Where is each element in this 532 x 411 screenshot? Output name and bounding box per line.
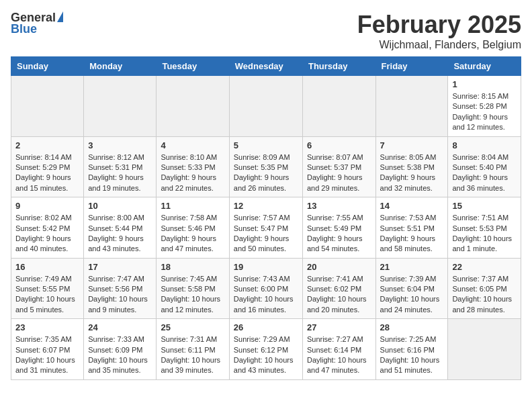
day-info: Sunrise: 7:55 AM Sunset: 5:49 PM Dayligh… (307, 213, 371, 255)
day-info: Sunrise: 7:27 AM Sunset: 6:14 PM Dayligh… (307, 334, 371, 376)
table-row: 1Sunrise: 8:15 AM Sunset: 5:28 PM Daylig… (448, 76, 521, 137)
table-row: 12Sunrise: 7:57 AM Sunset: 5:47 PM Dayli… (229, 197, 302, 259)
header-monday: Monday (84, 57, 157, 76)
day-number: 16 (15, 262, 79, 272)
table-row: 28Sunrise: 7:25 AM Sunset: 6:16 PM Dayli… (375, 319, 448, 380)
table-row: 18Sunrise: 7:45 AM Sunset: 5:58 PM Dayli… (157, 258, 229, 319)
table-row: 23Sunrise: 7:35 AM Sunset: 6:07 PM Dayli… (11, 319, 84, 380)
day-info: Sunrise: 7:58 AM Sunset: 5:46 PM Dayligh… (161, 213, 224, 255)
day-info: Sunrise: 8:15 AM Sunset: 5:28 PM Dayligh… (452, 91, 517, 133)
month-year: February 2025 (357, 11, 521, 39)
table-row: 19Sunrise: 7:43 AM Sunset: 6:00 PM Dayli… (229, 258, 302, 319)
calendar-week-row: 2Sunrise: 8:14 AM Sunset: 5:29 PM Daylig… (11, 136, 521, 197)
day-number: 23 (15, 322, 79, 332)
day-number: 20 (307, 262, 371, 272)
table-row: 17Sunrise: 7:47 AM Sunset: 5:56 PM Dayli… (84, 258, 157, 319)
day-number: 28 (380, 322, 444, 332)
table-row (302, 76, 375, 137)
day-info: Sunrise: 8:04 AM Sunset: 5:40 PM Dayligh… (452, 152, 517, 194)
table-row: 7Sunrise: 8:05 AM Sunset: 5:38 PM Daylig… (375, 136, 448, 197)
day-number: 9 (15, 201, 79, 211)
calendar-week-row: 23Sunrise: 7:35 AM Sunset: 6:07 PM Dayli… (11, 319, 521, 380)
table-row: 25Sunrise: 7:31 AM Sunset: 6:11 PM Dayli… (157, 319, 229, 380)
logo-blue-text: Blue (11, 22, 37, 36)
header-thursday: Thursday (302, 57, 375, 76)
day-number: 10 (88, 201, 152, 211)
header-tuesday: Tuesday (157, 57, 229, 76)
table-row: 4Sunrise: 8:10 AM Sunset: 5:33 PM Daylig… (157, 136, 229, 197)
day-number: 26 (234, 322, 298, 332)
day-info: Sunrise: 7:45 AM Sunset: 5:58 PM Dayligh… (161, 274, 224, 316)
header-friday: Friday (375, 57, 448, 76)
day-info: Sunrise: 7:47 AM Sunset: 5:56 PM Dayligh… (88, 274, 152, 316)
day-info: Sunrise: 7:29 AM Sunset: 6:12 PM Dayligh… (234, 334, 298, 376)
day-info: Sunrise: 7:43 AM Sunset: 6:00 PM Dayligh… (234, 274, 298, 316)
day-number: 6 (307, 140, 371, 150)
day-info: Sunrise: 8:02 AM Sunset: 5:42 PM Dayligh… (15, 213, 79, 255)
day-info: Sunrise: 8:07 AM Sunset: 5:37 PM Dayligh… (307, 152, 371, 194)
table-row (11, 76, 84, 137)
header-saturday: Saturday (448, 57, 521, 76)
day-info: Sunrise: 7:37 AM Sunset: 6:05 PM Dayligh… (452, 274, 517, 316)
day-info: Sunrise: 8:09 AM Sunset: 5:35 PM Dayligh… (234, 152, 298, 194)
table-row: 26Sunrise: 7:29 AM Sunset: 6:12 PM Dayli… (229, 319, 302, 380)
table-row: 13Sunrise: 7:55 AM Sunset: 5:49 PM Dayli… (302, 197, 375, 259)
day-info: Sunrise: 8:10 AM Sunset: 5:33 PM Dayligh… (161, 152, 224, 194)
table-row: 3Sunrise: 8:12 AM Sunset: 5:31 PM Daylig… (84, 136, 157, 197)
header-sunday: Sunday (11, 57, 84, 76)
day-info: Sunrise: 8:12 AM Sunset: 5:31 PM Dayligh… (88, 152, 152, 194)
day-number: 15 (452, 201, 517, 211)
table-row: 9Sunrise: 8:02 AM Sunset: 5:42 PM Daylig… (11, 197, 84, 259)
day-number: 4 (161, 140, 224, 150)
calendar-week-row: 16Sunrise: 7:49 AM Sunset: 5:55 PM Dayli… (11, 258, 521, 319)
day-info: Sunrise: 7:25 AM Sunset: 6:16 PM Dayligh… (380, 334, 444, 376)
day-info: Sunrise: 7:49 AM Sunset: 5:55 PM Dayligh… (15, 274, 79, 316)
day-info: Sunrise: 7:41 AM Sunset: 6:02 PM Dayligh… (307, 274, 371, 316)
calendar-title: February 2025 Wijchmaal, Flanders, Belgi… (357, 11, 521, 51)
day-number: 8 (452, 140, 517, 150)
day-number: 11 (161, 201, 224, 211)
table-row: 5Sunrise: 8:09 AM Sunset: 5:35 PM Daylig… (229, 136, 302, 197)
table-row: 24Sunrise: 7:33 AM Sunset: 6:09 PM Dayli… (84, 319, 157, 380)
calendar-table: Sunday Monday Tuesday Wednesday Thursday… (11, 56, 521, 380)
table-row: 10Sunrise: 8:00 AM Sunset: 5:44 PM Dayli… (84, 197, 157, 259)
calendar-week-row: 9Sunrise: 8:02 AM Sunset: 5:42 PM Daylig… (11, 197, 521, 259)
table-row (157, 76, 229, 137)
day-number: 18 (161, 262, 224, 272)
table-row (229, 76, 302, 137)
table-row: 21Sunrise: 7:39 AM Sunset: 6:04 PM Dayli… (375, 258, 448, 319)
table-row (84, 76, 157, 137)
header-wednesday: Wednesday (229, 57, 302, 76)
day-number: 25 (161, 322, 224, 332)
location: Wijchmaal, Flanders, Belgium (357, 39, 521, 51)
table-row: 22Sunrise: 7:37 AM Sunset: 6:05 PM Dayli… (448, 258, 521, 319)
day-info: Sunrise: 7:51 AM Sunset: 5:53 PM Dayligh… (452, 213, 517, 255)
day-number: 27 (307, 322, 371, 332)
table-row: 14Sunrise: 7:53 AM Sunset: 5:51 PM Dayli… (375, 197, 448, 259)
day-number: 14 (380, 201, 444, 211)
table-row: 11Sunrise: 7:58 AM Sunset: 5:46 PM Dayli… (157, 197, 229, 259)
day-number: 17 (88, 262, 152, 272)
day-number: 7 (380, 140, 444, 150)
day-number: 24 (88, 322, 152, 332)
table-row: 27Sunrise: 7:27 AM Sunset: 6:14 PM Dayli… (302, 319, 375, 380)
calendar-week-row: 1Sunrise: 8:15 AM Sunset: 5:28 PM Daylig… (11, 76, 521, 137)
page-header: General Blue February 2025 Wijchmaal, Fl… (11, 11, 521, 51)
table-row: 20Sunrise: 7:41 AM Sunset: 6:02 PM Dayli… (302, 258, 375, 319)
day-number: 5 (234, 140, 298, 150)
calendar-header-row: Sunday Monday Tuesday Wednesday Thursday… (11, 57, 521, 76)
day-info: Sunrise: 7:53 AM Sunset: 5:51 PM Dayligh… (380, 213, 444, 255)
table-row: 2Sunrise: 8:14 AM Sunset: 5:29 PM Daylig… (11, 136, 84, 197)
day-number: 13 (307, 201, 371, 211)
day-number: 19 (234, 262, 298, 272)
day-info: Sunrise: 7:57 AM Sunset: 5:47 PM Dayligh… (234, 213, 298, 255)
table-row (375, 76, 448, 137)
day-number: 22 (452, 262, 517, 272)
table-row (448, 319, 521, 380)
day-info: Sunrise: 8:05 AM Sunset: 5:38 PM Dayligh… (380, 152, 444, 194)
table-row: 6Sunrise: 8:07 AM Sunset: 5:37 PM Daylig… (302, 136, 375, 197)
day-info: Sunrise: 7:39 AM Sunset: 6:04 PM Dayligh… (380, 274, 444, 316)
table-row: 15Sunrise: 7:51 AM Sunset: 5:53 PM Dayli… (448, 197, 521, 259)
day-info: Sunrise: 7:31 AM Sunset: 6:11 PM Dayligh… (161, 334, 224, 376)
logo: General Blue (11, 11, 63, 36)
